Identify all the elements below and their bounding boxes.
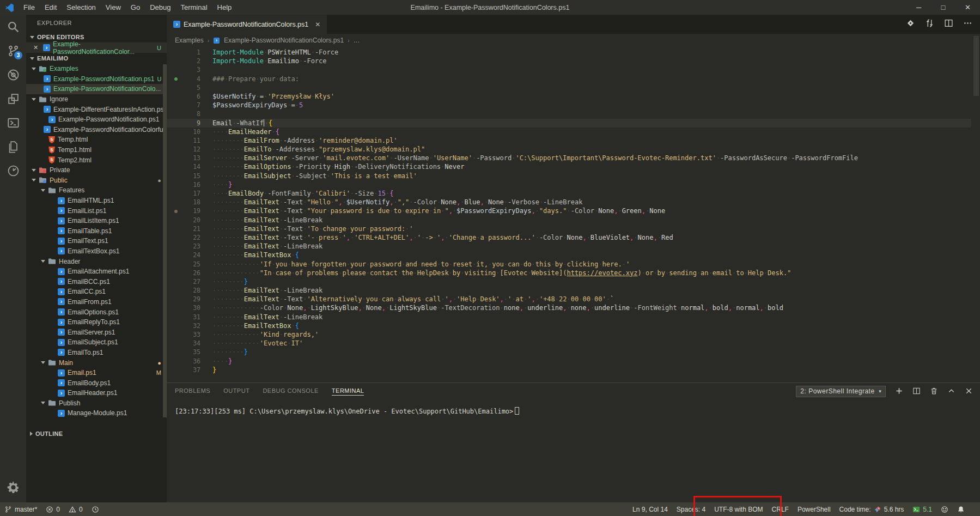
split-editor-button[interactable] [944, 19, 953, 30]
editor-scrollbar[interactable] [973, 36, 979, 96]
more-actions-button[interactable] [963, 19, 972, 30]
menu-file[interactable]: File [19, 3, 40, 11]
maximize-button[interactable]: □ [931, 0, 955, 15]
tree-file-emailoptions-ps1[interactable]: ›EmailOptions.ps1 [26, 307, 167, 317]
tree-folder-ignore[interactable]: Ignore [26, 94, 167, 105]
menu-debug[interactable]: Debug [145, 3, 175, 11]
activitybar-search[interactable] [0, 15, 26, 39]
kill-terminal-button[interactable] [930, 387, 938, 396]
maximize-panel-button[interactable] [947, 387, 955, 396]
code-line[interactable]: 8 [167, 110, 971, 118]
tree-file-emaillistitem-ps1[interactable]: ›EmailListItem.ps1 [26, 216, 167, 226]
panel-tab-problems[interactable]: PROBLEMS [175, 387, 210, 395]
tree-file-emailcc-ps1[interactable]: ›EmailCC.ps1 [26, 287, 167, 297]
tree-file-temp1-html[interactable]: 5Temp1.html [26, 145, 167, 155]
code-line[interactable]: 7$PasswordExpiryDays·=·5 [167, 101, 971, 110]
split-terminal-button[interactable] [912, 387, 921, 396]
panel-tab-output[interactable]: OUTPUT [223, 387, 249, 395]
tree-file-emailto-ps1[interactable]: ›EmailTo.ps1 [26, 348, 167, 358]
tree-file-emailtext-ps1[interactable]: ›EmailText.ps1 [26, 236, 167, 246]
code-line[interactable]: 16····} [167, 180, 971, 189]
activitybar-documents[interactable] [0, 135, 26, 159]
minimize-button[interactable]: ─ [906, 0, 931, 15]
code-line[interactable]: 11········EmailFrom·-Address·'reminder@d… [167, 136, 971, 145]
menu-go[interactable]: Go [126, 3, 145, 11]
code-line[interactable]: 37} [167, 366, 971, 374]
menu-edit[interactable]: Edit [40, 3, 62, 11]
status-git-branch[interactable]: master* [0, 502, 41, 516]
status-feedback-smiley[interactable] [936, 502, 953, 516]
code-line[interactable]: 17····EmailBody·-FontFamily·'Calibri'·-S… [167, 189, 971, 198]
terminal-selector-dropdown[interactable]: 2: PowerShell Integrate▼ [796, 386, 886, 397]
tree-folder-publish[interactable]: Publish [26, 398, 167, 409]
sidebar-scrollbar[interactable] [163, 64, 167, 417]
code-line[interactable]: 25············'If·you·have·forgotten·you… [167, 260, 971, 269]
code-line[interactable]: 33············'Kind·regards,' [167, 330, 971, 339]
tree-file-emailattachment-ps1[interactable]: ›EmailAttachment.ps1 [26, 266, 167, 277]
tree-file-example-passwordnotificationcolo-[interactable]: ›Example-PasswordNotificationColo...U [26, 84, 167, 94]
tree-file-emailfrom-ps1[interactable]: ›EmailFrom.ps1 [26, 297, 167, 307]
tree-file-emailhtml-ps1[interactable]: ›EmailHTML.ps1 [26, 196, 167, 206]
tree-file-example-differentfeaturesinaction-ps1[interactable]: ›Example-DifferentFeaturesInAction.ps1 [26, 104, 167, 114]
tree-file-emailbcc-ps1[interactable]: ›EmailBCC.ps1 [26, 276, 167, 287]
status-cursor-position[interactable]: Ln 9, Col 14 [628, 502, 672, 516]
outline-header[interactable]: OUTLINE [26, 428, 167, 439]
tree-file-emailreplyto-ps1[interactable]: ›EmailReplyTo.ps1 [26, 317, 167, 327]
tree-folder-main[interactable]: Main● [26, 357, 167, 368]
breadcrumb-item[interactable]: … [353, 37, 360, 44]
menu-help[interactable]: Help [212, 3, 237, 11]
code-line[interactable]: 10····EmailHeader·{ [167, 128, 971, 136]
code-line[interactable]: 12········EmailTo·-Addresses·"przemyslaw… [167, 145, 971, 154]
code-line[interactable]: 26············"In·case·of·problems·pleas… [167, 269, 971, 277]
activitybar-powershell[interactable] [0, 111, 26, 135]
tree-file-emailtable-ps1[interactable]: ›EmailTable.ps1 [26, 226, 167, 236]
code-line[interactable]: 24········EmailTextBox·{ [167, 251, 971, 259]
status-clock[interactable] [87, 502, 104, 516]
tree-file-emailsubject-ps1[interactable]: ›EmailSubject.ps1 [26, 337, 167, 348]
menu-terminal[interactable]: Terminal [175, 3, 212, 11]
panel-tab-debug-console[interactable]: DEBUG CONSOLE [263, 387, 318, 395]
status-errors[interactable]: 0 [41, 502, 64, 516]
status-code-time[interactable]: Code time:5.6 hrs [835, 502, 909, 516]
close-icon[interactable]: ✕ [33, 44, 40, 51]
tree-file-example-passwordnotification-ps1[interactable]: ›Example-PasswordNotification.ps1U [26, 74, 167, 84]
status-notifications-bell[interactable] [953, 502, 969, 516]
activitybar-debug[interactable] [0, 63, 26, 87]
tree-file-temp-html[interactable]: 5Temp.html [26, 135, 167, 145]
tree-folder-examples[interactable]: Examples [26, 64, 167, 74]
code-line[interactable]: 20········EmailText·-LineBreak [167, 216, 971, 224]
tree-file-example-passwordnotificationcolorful-[interactable]: ›Example-PasswordNotificationColorful... [26, 125, 167, 135]
code-line[interactable]: 32········EmailTextBox·{ [167, 321, 971, 330]
code-line[interactable]: 6$UserNotify·=·'Przemysław·Kłys' [167, 92, 971, 101]
tree-file-manage-module-ps1[interactable]: ›Manage-Module.ps1 [26, 408, 167, 418]
activitybar-history[interactable] [0, 159, 26, 183]
tree-file-example-passwordnotification-ps1[interactable]: ›Example-PasswordNotification.ps1 [26, 114, 167, 125]
code-line[interactable]: 36····} [167, 357, 971, 366]
tree-file-emaillist-ps1[interactable]: ›EmailList.ps1 [26, 205, 167, 216]
tree-file-email-ps1[interactable]: ›Email.ps1M [26, 368, 167, 378]
tree-file-temp2-html[interactable]: 5Temp2.html [26, 155, 167, 165]
code-line[interactable]: 2Import-Module·Emailimo·-Force [167, 57, 971, 65]
code-line[interactable]: 4###·Prepare·your·data: [167, 75, 971, 83]
code-line[interactable]: 34············'Evotec·IT' [167, 339, 971, 348]
code-line[interactable]: 30············-Color·None,·LightSkyBlue,… [167, 303, 971, 312]
code-line[interactable]: 28········EmailText·-LineBreak [167, 286, 971, 295]
code-line[interactable]: 13········EmailServer·-Server·'mail.evot… [167, 154, 971, 162]
new-terminal-button[interactable] [895, 387, 903, 396]
code-line[interactable]: 1Import-Module·PSWriteHTML·-Force [167, 48, 971, 57]
tab-close-icon[interactable]: ✕ [315, 21, 320, 28]
tree-file-emailserver-ps1[interactable]: ›EmailServer.ps1 [26, 327, 167, 337]
tree-folder-header[interactable]: Header [26, 256, 167, 266]
activitybar-extensions[interactable] [0, 87, 26, 111]
tab-active[interactable]: › Example-PasswordNotificationColors.ps1… [167, 15, 327, 34]
code-line[interactable]: 18········EmailText·-Text·"Hello·",·$Use… [167, 198, 971, 207]
code-line[interactable]: 19········EmailText·-Text·"Your·password… [167, 207, 971, 215]
open-editor-item[interactable]: ✕ › Example-PasswordNotificationColor...… [26, 43, 167, 53]
close-button[interactable]: ✕ [955, 0, 980, 15]
code-editor[interactable]: 1Import-Module·PSWriteHTML·-Force2Import… [167, 48, 971, 374]
tree-folder-public[interactable]: Public● [26, 175, 167, 186]
code-line[interactable]: 21········EmailText·-Text·'To·change·you… [167, 224, 971, 233]
tree-folder-private[interactable]: Private [26, 165, 167, 175]
menu-view[interactable]: View [101, 3, 126, 11]
activitybar-settings[interactable] [0, 475, 26, 499]
